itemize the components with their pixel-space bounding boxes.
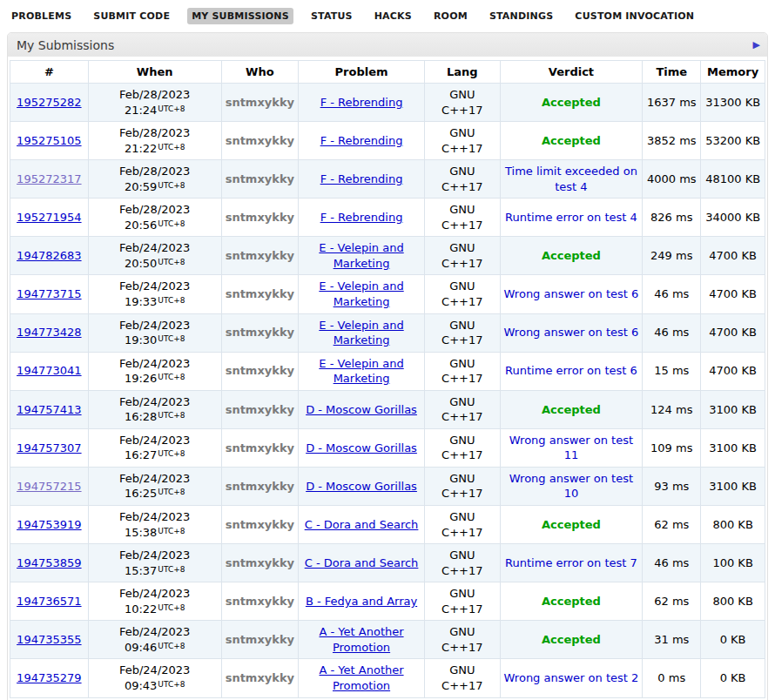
verdict-text: Accepted (542, 249, 601, 262)
nav-item-my-submissions[interactable]: MY SUBMISSIONS (187, 8, 293, 24)
submission-id-link[interactable]: 194757215 (17, 480, 81, 493)
verdict-text: Runtime error on test 4 (505, 211, 637, 224)
submission-problem-link[interactable]: C - Dora and Search (305, 518, 419, 531)
col-header-lang: Lang (425, 61, 501, 84)
submission-user-link[interactable]: sntmxykky (226, 595, 294, 608)
submission-problem-link[interactable]: F - Rebrending (320, 211, 403, 224)
submission-id-link[interactable]: 194757413 (17, 403, 81, 416)
submission-user-link[interactable]: sntmxykky (226, 633, 294, 646)
submission-problem-cell: E - Velepin and Marketing (299, 275, 425, 313)
submission-problem-link[interactable]: E - Velepin and Marketing (319, 279, 403, 308)
submission-when-cell: Feb/28/202321:22UTC+8 (88, 122, 221, 160)
submission-id-link[interactable]: 195275105 (17, 134, 81, 147)
submission-user-link[interactable]: sntmxykky (226, 172, 294, 185)
submission-user-link[interactable]: sntmxykky (226, 96, 294, 109)
submission-id-link[interactable]: 194735355 (17, 633, 81, 646)
submission-who-cell: sntmxykky (221, 237, 298, 275)
submission-problem-cell: F - Rebrending (299, 122, 425, 160)
timezone-label: UTC+8 (158, 373, 185, 381)
submission-problem-link[interactable]: D - Moscow Gorillas (306, 403, 417, 416)
verdict-text: Wrong answer on test 11 (509, 434, 633, 462)
submission-problem-link[interactable]: F - Rebrending (320, 172, 403, 185)
submission-id-link[interactable]: 194757307 (17, 441, 81, 454)
submission-user-link[interactable]: sntmxykky (226, 211, 294, 224)
submission-id-link[interactable]: 194773715 (17, 287, 81, 300)
submission-date: Feb/28/2023 (92, 164, 218, 179)
submission-id-link[interactable]: 194782683 (17, 249, 81, 262)
submission-row: 194735279Feb/24/202309:43UTC+8sntmxykkyA… (10, 659, 765, 697)
submission-id-cell: 195275282 (10, 84, 89, 122)
submission-who-cell: sntmxykky (221, 122, 298, 160)
submission-problem-link[interactable]: A - Yet Another Promotion (320, 625, 404, 654)
submission-problem-cell: A - Yet Another Promotion (299, 621, 425, 659)
submission-id-link[interactable]: 195271954 (17, 211, 81, 224)
submission-problem-cell: F - Rebrending (299, 160, 425, 199)
verdict-text: Accepted (542, 518, 601, 531)
submission-time-of-day: 21:24UTC+8 (92, 103, 218, 118)
submission-problem-link[interactable]: D - Moscow Gorillas (306, 441, 417, 454)
submission-date: Feb/24/2023 (92, 548, 218, 563)
submission-user-link[interactable]: sntmxykky (226, 249, 294, 262)
nav-item-custom-invocation[interactable]: CUSTOM INVOCATION (570, 8, 698, 24)
submission-id-link[interactable]: 194753919 (17, 518, 81, 531)
nav-item-problems[interactable]: PROBLEMS (7, 8, 76, 24)
submission-id-link[interactable]: 194753859 (17, 556, 81, 569)
submission-problem-link[interactable]: F - Rebrending (320, 134, 403, 147)
submission-id-cell: 194753859 (10, 544, 89, 582)
submission-problem-link[interactable]: E - Velepin and Marketing (319, 241, 403, 270)
submission-time-of-day: 16:25UTC+8 (92, 486, 218, 501)
submission-user-link[interactable]: sntmxykky (226, 441, 294, 454)
submission-lang-cell: GNU C++17 (425, 582, 501, 621)
submission-id-link[interactable]: 194773041 (17, 364, 81, 377)
submission-problem-link[interactable]: E - Velepin and Marketing (319, 357, 403, 386)
submission-id-cell: 194757215 (10, 467, 89, 505)
submission-memory-cell: 4700 KB (701, 352, 765, 390)
submission-who-cell: sntmxykky (221, 313, 298, 352)
submission-id-cell: 195272317 (10, 160, 89, 199)
submission-user-link[interactable]: sntmxykky (226, 403, 294, 416)
nav-item-standings[interactable]: STANDINGS (485, 8, 557, 24)
nav-item-submit-code[interactable]: SUBMIT CODE (89, 8, 174, 24)
submission-who-cell: sntmxykky (221, 352, 298, 390)
submission-user-link[interactable]: sntmxykky (226, 364, 294, 377)
submission-problem-link[interactable]: E - Velepin and Marketing (319, 319, 403, 347)
submission-id-link[interactable]: 195275282 (17, 96, 81, 109)
submission-row: 194782683Feb/24/202320:50UTC+8sntmxykkyE… (10, 237, 765, 275)
submission-user-link[interactable]: sntmxykky (226, 134, 294, 147)
timezone-label: UTC+8 (158, 411, 185, 420)
nav-item-room[interactable]: ROOM (429, 8, 472, 24)
submission-problem-link[interactable]: C - Dora and Search (305, 556, 419, 569)
submission-problem-link[interactable]: D - Moscow Gorillas (306, 480, 417, 493)
submission-user-link[interactable]: sntmxykky (226, 518, 294, 531)
submission-user-link[interactable]: sntmxykky (226, 287, 294, 300)
timezone-label: UTC+8 (158, 680, 185, 689)
nav-item-hacks[interactable]: HACKS (370, 8, 416, 24)
submission-user-link[interactable]: sntmxykky (226, 556, 294, 569)
submission-who-cell: sntmxykky (221, 275, 298, 313)
play-arrow-icon[interactable]: ▶ (753, 40, 760, 50)
submission-user-link[interactable]: sntmxykky (226, 671, 294, 684)
submission-user-link[interactable]: sntmxykky (226, 480, 294, 493)
submission-verdict-cell: Time limit exceeded on test 4 (500, 160, 643, 199)
submissions-tbody: 195275282Feb/28/202321:24UTC+8sntmxykkyF… (10, 84, 765, 698)
submission-when-cell: Feb/24/202316:28UTC+8 (88, 390, 221, 428)
submission-problem-link[interactable]: B - Fedya and Array (306, 595, 417, 608)
submission-id-link[interactable]: 194735279 (17, 671, 81, 684)
submission-id-link[interactable]: 195272317 (17, 172, 81, 185)
submission-date: Feb/24/2023 (92, 433, 218, 448)
submission-when-cell: Feb/28/202320:59UTC+8 (88, 160, 221, 199)
submission-problem-link[interactable]: F - Rebrending (320, 96, 403, 109)
submission-row: 194753919Feb/24/202315:38UTC+8sntmxykkyC… (10, 506, 765, 544)
submission-date: Feb/24/2023 (92, 624, 218, 640)
submission-problem-link[interactable]: A - Yet Another Promotion (320, 663, 404, 692)
verdict-text: Accepted (542, 134, 601, 147)
verdict-text: Runtime error on test 7 (505, 556, 637, 569)
submission-id-link[interactable]: 194736571 (17, 595, 81, 608)
submission-user-link[interactable]: sntmxykky (226, 326, 294, 339)
verdict-text: Time limit exceeded on test 4 (505, 165, 637, 193)
timezone-label: UTC+8 (158, 449, 185, 458)
submission-id-link[interactable]: 194773428 (17, 326, 81, 339)
submission-lang-cell: GNU C++17 (425, 352, 501, 390)
nav-item-status[interactable]: STATUS (307, 8, 357, 24)
submission-memory-cell: 4700 KB (701, 313, 765, 352)
